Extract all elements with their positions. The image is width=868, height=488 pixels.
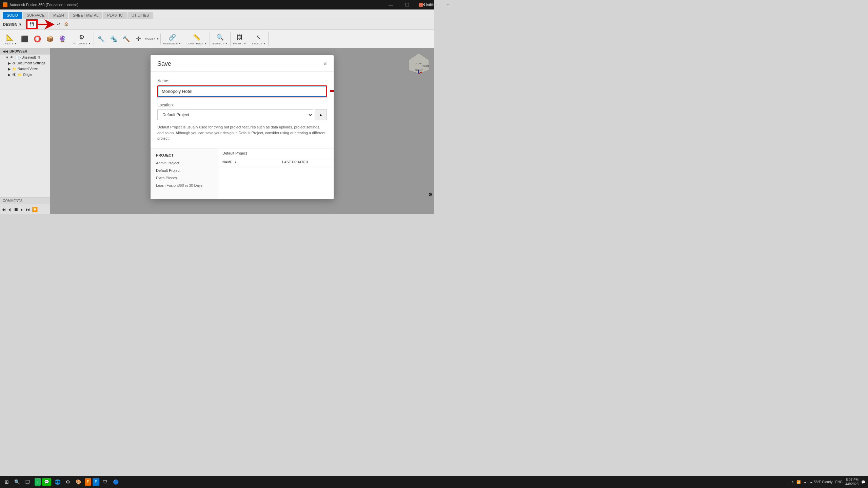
play-last-btn[interactable]: ⏭ — [26, 207, 31, 212]
modify-btn3[interactable]: 🔨 — [120, 34, 132, 44]
expand-icon: ▼ — [5, 56, 9, 59]
gear-icon: ⚙ — [12, 61, 15, 65]
origin-label: Origin — [23, 73, 32, 77]
select-group: ↖SELECT ▼ — [250, 32, 269, 46]
construct-icon: 📏 — [192, 33, 201, 42]
hidden-icon: 👁‍🗨 — [12, 73, 16, 77]
toolbar-arrow — [38, 19, 55, 29]
dialog-body: Name: Location: — [151, 72, 334, 148]
project-list-header: PROJECT — [151, 151, 218, 159]
insert-btn[interactable]: 🖼INSERT ▼ — [232, 32, 248, 46]
sidebar-item-origin[interactable]: ▶ 👁‍🗨 📁 Origin — [0, 72, 50, 78]
chamfer-icon: 🔨 — [121, 34, 131, 44]
minimize-btn[interactable]: — — [383, 0, 399, 9]
assemble-group: 🔗ASSEMBLE ▼ — [162, 32, 184, 46]
modify-btn2[interactable]: 🔩 — [107, 34, 120, 44]
browser-label: BROWSER — [9, 49, 27, 53]
sidebar-item-named-views[interactable]: ▶ 📁 Named Views — [0, 66, 50, 72]
dialog-footer: PROJECT Admin Project Default Project Ex… — [151, 148, 334, 199]
toolbar-nav: SOLID SURFACE MESH SHEET METAL PLASTIC U… — [0, 9, 434, 19]
sketch-btn[interactable]: 📐CREATE ▼ — [1, 32, 18, 46]
play-first-btn[interactable]: ⏮ — [1, 207, 6, 212]
box-icon: 📦 — [45, 34, 55, 44]
svg-marker-0 — [38, 19, 55, 29]
tab-utilities[interactable]: UTILITIES — [127, 12, 153, 19]
home-btn[interactable]: 🏠 — [62, 21, 71, 27]
inspect-group: 🔍INSPECT ▼ — [211, 32, 231, 46]
unsaved-label: (Unsaved) — [20, 56, 36, 59]
canvas-area: TOP FRONT RIGHT Save × Name: — [50, 48, 434, 214]
inspect-btn[interactable]: 🔍INSPECT ▼ — [211, 32, 229, 46]
right-settings: ⚙ — [428, 192, 433, 197]
inspect-icon: 🔍 — [215, 33, 225, 42]
assemble-icon: 🔗 — [167, 33, 177, 42]
modify-label: MODIFY ▼ — [145, 37, 159, 40]
playback-bar: ⏮ ⏴ ⏹ ⏵ ⏭ 🔽 — [0, 204, 50, 214]
undo-btn[interactable]: ↩ — [55, 21, 62, 27]
sidebar-item-unsaved[interactable]: ▼ 👁 📄 (Unsaved) ⚙ — [0, 55, 50, 60]
box-btn[interactable]: 📦 — [44, 34, 56, 44]
play-filter-btn[interactable]: 🔽 — [32, 207, 38, 212]
project-list: PROJECT Admin Project Default Project Ex… — [151, 148, 218, 199]
play-next-btn[interactable]: ⏵ — [20, 207, 24, 212]
maximize-btn[interactable]: ❐ — [399, 0, 415, 9]
dialog-close-btn[interactable]: × — [323, 60, 327, 67]
move-icon: ✛ — [134, 34, 143, 44]
name-input[interactable] — [158, 86, 326, 97]
play-stop-btn[interactable]: ⏹ — [14, 207, 18, 212]
project-extra[interactable]: Extra Pieces — [151, 174, 218, 182]
location-select[interactable]: Default Project — [157, 109, 313, 120]
sidebar: ◀◀ BROWSER ▼ 👁 📄 (Unsaved) ⚙ ▶ ⚙ Documen… — [0, 48, 50, 214]
modify-btn4[interactable]: ✛ — [133, 34, 145, 44]
named-views-label: Named Views — [18, 67, 39, 71]
extrude-btn[interactable]: ⬛ — [19, 34, 31, 44]
col-date: LAST UPDATED — [282, 160, 330, 164]
dialog-overlay: Save × Name: — [50, 48, 434, 214]
red-arrow-dialog-svg — [330, 85, 334, 97]
tab-plastic[interactable]: PLASTIC — [103, 12, 127, 19]
app-icon — [3, 2, 7, 7]
dialog-arrow — [330, 85, 334, 98]
settings-gear-btn[interactable]: ⚙ — [428, 192, 433, 197]
location-row: Default Project ▲ — [157, 109, 327, 120]
construct-btn[interactable]: 📏CONSTRUCT ▼ — [185, 32, 208, 46]
sphere-icon: 🔮 — [58, 34, 67, 44]
main-toolbar: 📐CREATE ▼ ⬛ ⭕ 📦 🔮 ⚙AUTOMATE ▼ 🔧 🔩 🔨 ✛ MO… — [0, 30, 434, 48]
modify-btn1[interactable]: 🔧 — [95, 34, 107, 44]
doc-settings-label: Document Settings — [17, 61, 45, 65]
project-files-header: Default Project — [218, 148, 334, 158]
svg-marker-7 — [330, 86, 334, 97]
eye-icon: 👁 — [10, 56, 14, 59]
save-button[interactable]: 💾 — [27, 20, 37, 28]
project-admin[interactable]: Admin Project — [151, 159, 218, 167]
folder-icon: 📁 — [12, 67, 16, 71]
project-learn[interactable]: Learn Fusion360 in 30 Days — [151, 182, 218, 189]
insert-icon: 🖼 — [235, 33, 244, 42]
automate-icon: ⚙ — [77, 33, 86, 42]
col-name[interactable]: NAME ▲ — [222, 160, 282, 164]
construct-group: 📏CONSTRUCT ▼ — [185, 32, 210, 46]
design-menu[interactable]: DESIGN ▼ — [1, 21, 24, 27]
play-prev-btn[interactable]: ⏴ — [7, 207, 12, 212]
location-toggle-btn[interactable]: ▲ — [315, 109, 327, 120]
revolve-btn[interactable]: ⭕ — [31, 34, 43, 44]
sidebar-item-doc-settings[interactable]: ▶ ⚙ Document Settings — [0, 60, 50, 66]
create-group: 📐CREATE ▼ ⬛ ⭕ 📦 🔮 — [1, 32, 70, 46]
revolve-icon: ⭕ — [33, 34, 42, 44]
tab-surface[interactable]: SURFACE — [23, 12, 48, 19]
tab-solid[interactable]: SOLID — [3, 12, 22, 19]
assemble-btn[interactable]: 🔗ASSEMBLE ▼ — [162, 32, 182, 46]
automate-btn[interactable]: ⚙AUTOMATE ▼ — [71, 32, 92, 46]
project-default[interactable]: Default Project — [151, 167, 218, 174]
name-input-highlight — [157, 85, 327, 97]
tab-sheet-metal[interactable]: SHEET METAL — [69, 12, 102, 19]
automate-group: ⚙AUTOMATE ▼ — [71, 32, 94, 46]
document-tab[interactable]: 🧱 Untitled ✕ — [418, 3, 434, 7]
sphere-btn[interactable]: 🔮 — [56, 34, 68, 44]
sketch-icon: 📐 — [5, 33, 15, 42]
files-table-header: NAME ▲ LAST UPDATED — [218, 158, 334, 166]
location-label: Location: — [157, 103, 327, 107]
select-btn[interactable]: ↖SELECT ▼ — [250, 32, 267, 46]
title-bar: Autodesk Fusion 360 (Education License) … — [0, 0, 434, 9]
tab-mesh[interactable]: MESH — [49, 12, 68, 19]
